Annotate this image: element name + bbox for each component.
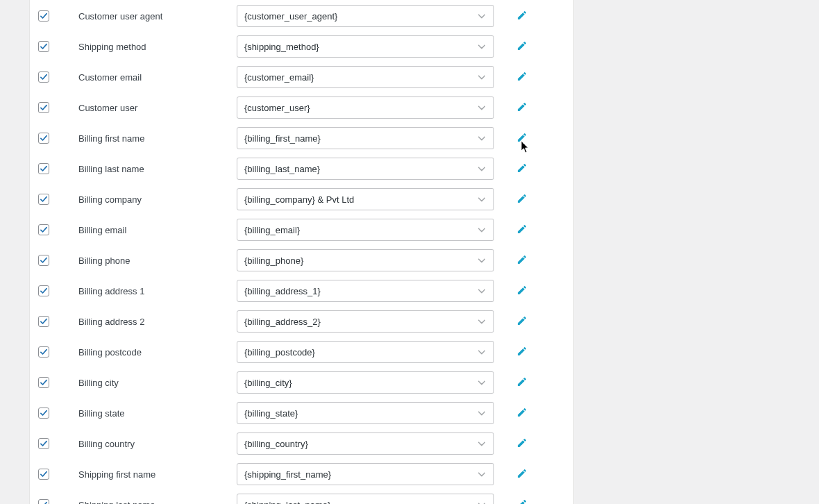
enable-field-checkbox[interactable] (38, 499, 49, 504)
checkbox-cell (30, 224, 78, 235)
enable-field-checkbox[interactable] (38, 438, 49, 449)
field-value-select[interactable]: {customer_user} (237, 96, 494, 119)
field-value-text: {shipping_last_name} (244, 500, 330, 505)
edit-cell (494, 497, 550, 504)
field-row: Billing address 1{billing_address_1} (30, 276, 573, 306)
field-value-text: {billing_first_name} (244, 133, 321, 144)
field-row: Billing first name{billing_first_name} (30, 123, 573, 153)
enable-field-checkbox[interactable] (38, 255, 49, 266)
enable-field-checkbox[interactable] (38, 377, 49, 388)
chevron-down-icon (475, 101, 488, 114)
field-value-select[interactable]: {billing_phone} (237, 249, 494, 271)
edit-cell (494, 39, 550, 54)
pencil-icon (516, 71, 527, 84)
field-label: Shipping first name (78, 469, 237, 480)
field-value-text: {billing_country} (244, 439, 308, 449)
enable-field-checkbox[interactable] (38, 224, 49, 235)
pencil-icon (516, 132, 527, 145)
edit-button[interactable] (514, 253, 530, 268)
field-value-text: {customer_user} (244, 103, 310, 113)
fields-panel: Customer user agent{customer_user_agent}… (29, 0, 574, 504)
select-cell: {billing_state} (237, 402, 494, 424)
field-label: Billing country (78, 439, 237, 449)
field-row: Billing last name{billing_last_name} (30, 153, 573, 184)
field-value-select[interactable]: {customer_email} (237, 66, 494, 88)
enable-field-checkbox[interactable] (38, 102, 49, 113)
chevron-down-icon (475, 254, 488, 267)
edit-button[interactable] (514, 436, 530, 451)
field-value-text: {shipping_first_name} (244, 469, 331, 480)
edit-button[interactable] (514, 161, 530, 176)
enable-field-checkbox[interactable] (38, 163, 49, 174)
edit-button[interactable] (514, 8, 530, 24)
enable-field-checkbox[interactable] (38, 194, 49, 205)
select-cell: {shipping_method} (237, 35, 494, 58)
edit-button[interactable] (514, 100, 530, 115)
pencil-icon (516, 162, 527, 176)
edit-button[interactable] (514, 39, 530, 54)
edit-button[interactable] (514, 375, 530, 390)
field-value-text: {billing_city} (244, 378, 292, 388)
field-value-select[interactable]: {billing_postcode} (237, 341, 494, 363)
select-cell: {billing_phone} (237, 249, 494, 271)
chevron-down-icon (475, 224, 488, 236)
enable-field-checkbox[interactable] (38, 41, 49, 52)
field-row: Customer email{customer_email} (30, 62, 573, 92)
checkbox-cell (30, 41, 78, 52)
field-row: Billing email{billing_email} (30, 215, 573, 245)
edit-button[interactable] (514, 497, 530, 504)
field-value-select[interactable]: {billing_country} (237, 432, 494, 455)
field-row: Customer user agent{customer_user_agent} (30, 1, 573, 31)
field-value-select[interactable]: {shipping_first_name} (237, 463, 494, 485)
field-value-select[interactable]: {billing_city} (237, 371, 494, 394)
edit-button[interactable] (514, 405, 530, 421)
edit-button[interactable] (514, 192, 530, 207)
field-label: Billing phone (78, 255, 237, 266)
field-value-text: {customer_user_agent} (244, 11, 337, 22)
checkbox-cell (30, 194, 78, 205)
chevron-down-icon (475, 162, 488, 175)
chevron-down-icon (475, 132, 488, 144)
enable-field-checkbox[interactable] (38, 469, 49, 480)
edit-cell (494, 283, 550, 299)
enable-field-checkbox[interactable] (38, 285, 49, 296)
enable-field-checkbox[interactable] (38, 72, 49, 83)
chevron-down-icon (475, 346, 488, 358)
edit-button[interactable] (514, 222, 530, 237)
checkbox-cell (30, 438, 78, 449)
field-label: Billing email (78, 225, 237, 235)
field-label: Customer user agent (78, 11, 237, 22)
edit-button[interactable] (514, 283, 530, 299)
field-value-select[interactable]: {billing_address_2} (237, 310, 494, 333)
chevron-down-icon (475, 437, 488, 450)
enable-field-checkbox[interactable] (38, 10, 49, 22)
select-cell: {shipping_first_name} (237, 463, 494, 485)
field-value-select[interactable]: {billing_first_name} (237, 127, 494, 149)
field-row: Billing postcode{billing_postcode} (30, 337, 573, 367)
field-row: Billing city{billing_city} (30, 367, 573, 398)
field-value-select[interactable]: {billing_last_name} (237, 158, 494, 180)
field-value-select[interactable]: {shipping_method} (237, 35, 494, 58)
enable-field-checkbox[interactable] (38, 408, 49, 419)
enable-field-checkbox[interactable] (38, 316, 49, 327)
field-value-select[interactable]: {billing_state} (237, 402, 494, 424)
field-value-text: {billing_state} (244, 408, 298, 419)
edit-button[interactable] (514, 69, 530, 85)
field-value-select[interactable]: {customer_user_agent} (237, 5, 494, 27)
edit-button[interactable] (514, 314, 530, 329)
field-label: Shipping method (78, 42, 237, 52)
field-value-select[interactable]: {billing_address_1} (237, 280, 494, 302)
field-label: Billing postcode (78, 347, 237, 358)
field-value-text: {billing_address_1} (244, 286, 321, 296)
field-value-select[interactable]: {billing_email} (237, 219, 494, 241)
enable-field-checkbox[interactable] (38, 133, 49, 144)
select-cell: {billing_address_2} (237, 310, 494, 333)
field-row: Shipping method{shipping_method} (30, 31, 573, 62)
enable-field-checkbox[interactable] (38, 346, 49, 358)
field-value-select[interactable]: {shipping_last_name} (237, 494, 494, 504)
checkbox-cell (30, 102, 78, 113)
edit-button[interactable] (514, 131, 530, 146)
edit-button[interactable] (514, 467, 530, 482)
edit-button[interactable] (514, 344, 530, 360)
field-value-select[interactable]: {billing_company} & Pvt Ltd (237, 188, 494, 210)
